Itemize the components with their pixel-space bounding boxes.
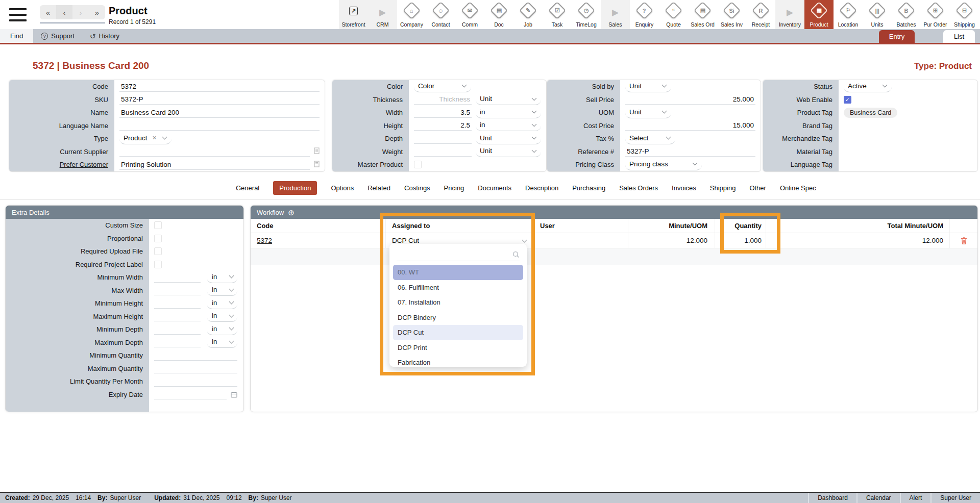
required-project-label-checkbox[interactable] xyxy=(154,261,162,268)
sell-price-input[interactable] xyxy=(625,94,755,105)
language-tag-field[interactable] xyxy=(839,158,977,171)
dashboard-link[interactable]: Dashboard xyxy=(808,493,856,503)
workflow-user-cell[interactable] xyxy=(534,233,628,248)
toolbar-item-enquiry[interactable]: ? Enquiry xyxy=(630,0,659,29)
last-record-button[interactable]: » xyxy=(89,8,105,17)
weight-input[interactable] xyxy=(414,146,472,157)
workflow-minute-uom-cell[interactable]: 12.000 xyxy=(628,233,715,248)
tab-production[interactable]: Production xyxy=(273,181,317,195)
sold-by-select[interactable]: Unit xyxy=(625,81,671,92)
width-input[interactable] xyxy=(414,108,472,118)
sku-input[interactable] xyxy=(119,94,320,105)
dropdown-search[interactable] xyxy=(397,248,520,261)
code-input[interactable] xyxy=(119,82,320,92)
custom-size-checkbox[interactable] xyxy=(154,221,162,229)
tab-costings[interactable]: Costings xyxy=(404,184,430,192)
dropdown-option-dcp-bindery[interactable]: DCP Bindery xyxy=(389,310,527,325)
first-record-button[interactable]: « xyxy=(40,8,56,17)
thickness-input[interactable] xyxy=(414,94,472,105)
reference-input[interactable] xyxy=(625,146,755,157)
hamburger-menu-icon[interactable] xyxy=(9,8,27,21)
prev-record-button[interactable]: ‹ xyxy=(56,5,72,19)
toolbar-item-location[interactable]: ⚐ Location xyxy=(834,0,863,29)
pricing-class-select[interactable]: Pricing class xyxy=(625,159,702,170)
depth-unit-select[interactable]: Unit xyxy=(476,133,541,144)
dropdown-option-dcp-print[interactable]: DCP Print xyxy=(389,340,527,356)
tab-purchasing[interactable]: Purchasing xyxy=(572,184,605,192)
material-tag-field[interactable] xyxy=(839,145,977,159)
maximum-quantity-input[interactable] xyxy=(154,363,237,373)
history-button[interactable]: ↺ History xyxy=(82,29,127,43)
toolbar-item-product[interactable]: ▦ Product xyxy=(804,0,834,29)
minimum-width-input[interactable] xyxy=(154,272,201,283)
height-unit-select[interactable]: in xyxy=(476,120,541,131)
tab-related[interactable]: Related xyxy=(368,184,390,192)
support-button[interactable]: ? Support xyxy=(33,29,82,43)
tab-general[interactable]: General xyxy=(236,184,259,192)
delete-row-button[interactable] xyxy=(960,237,968,245)
tab-sales-orders[interactable]: Sales Orders xyxy=(619,184,658,192)
tab-invoices[interactable]: Invoices xyxy=(672,184,696,192)
cost-price-input[interactable] xyxy=(625,120,755,131)
workflow-quantity-cell[interactable]: 1.000 xyxy=(715,233,766,248)
toolbar-item-pur-order[interactable]: ⊞ Pur Order xyxy=(921,0,950,29)
language-name-input[interactable] xyxy=(119,120,320,131)
toolbar-item-shipping[interactable]: ⊟ Shipping xyxy=(950,0,979,29)
required-upload-file-checkbox[interactable] xyxy=(154,247,162,255)
toolbar-item-units[interactable]: ||| Units xyxy=(863,0,892,29)
workflow-code-link[interactable]: 5372 xyxy=(257,237,272,244)
prefer-customer-input[interactable] xyxy=(119,160,310,170)
toolbar-item-task[interactable]: ☑ Task xyxy=(543,0,572,29)
tab-other[interactable]: Other xyxy=(749,184,766,192)
dropdown-search-input[interactable] xyxy=(397,251,512,259)
current-supplier-input[interactable] xyxy=(119,146,310,157)
company-lookup-icon[interactable] xyxy=(314,160,320,169)
expiry-date-input[interactable] xyxy=(154,389,227,399)
prefer-customer-label[interactable]: Prefer Customer xyxy=(9,158,114,171)
minimum-depth-unit-select[interactable]: in xyxy=(207,324,237,335)
entry-view-tab[interactable]: Entry xyxy=(879,30,915,43)
status-select[interactable]: Active xyxy=(844,81,892,92)
thickness-unit-select[interactable]: Unit xyxy=(476,94,541,105)
calendar-icon[interactable] xyxy=(231,391,237,398)
maximum-depth-input[interactable] xyxy=(154,337,201,347)
uom-select[interactable]: Unit xyxy=(625,107,671,118)
dropdown-option-dcp-cut[interactable]: DCP Cut xyxy=(393,325,523,340)
add-workflow-button[interactable]: ⊕ xyxy=(288,209,295,216)
tax-select[interactable]: Select xyxy=(625,133,675,144)
toolbar-item-batches[interactable]: B Batches xyxy=(892,0,921,29)
weight-unit-select[interactable]: Unit xyxy=(476,146,541,157)
minimum-height-input[interactable] xyxy=(154,298,201,309)
dropdown-option-00-wt[interactable]: 00. WT xyxy=(393,265,523,280)
proportional-checkbox[interactable] xyxy=(154,235,162,242)
dropdown-option-06-fulfillment[interactable]: 06. Fulfillment xyxy=(389,280,527,295)
toolbar-item-receipt[interactable]: R Receipt xyxy=(746,0,775,29)
width-unit-select[interactable]: in xyxy=(476,107,541,118)
toolbar-item-inventory[interactable]: ▶ Inventory xyxy=(775,0,804,29)
maximum-height-unit-select[interactable]: in xyxy=(207,311,237,322)
height-input[interactable] xyxy=(414,120,472,131)
color-select[interactable]: Color xyxy=(414,81,471,92)
next-record-button[interactable]: › xyxy=(72,8,89,17)
product-tag-chip[interactable]: Business Card xyxy=(844,108,897,118)
super-user-link[interactable]: Super User xyxy=(930,493,980,503)
toolbar-item-contact[interactable]: ☺ Contact xyxy=(426,0,455,29)
maximum-height-input[interactable] xyxy=(154,311,201,321)
brand-tag-field[interactable] xyxy=(839,119,977,133)
toolbar-item-timelog[interactable]: ◷ TimeLog xyxy=(572,0,601,29)
toolbar-item-job[interactable]: ✎ Job xyxy=(513,0,543,29)
toolbar-item-quote[interactable]: “ Quote xyxy=(659,0,688,29)
maximum-depth-unit-select[interactable]: in xyxy=(207,337,237,348)
toolbar-item-comm[interactable]: ✉ Comm xyxy=(455,0,484,29)
master-product-checkbox[interactable] xyxy=(414,161,422,168)
clear-icon[interactable]: × xyxy=(153,134,157,141)
merchandize-tag-field[interactable] xyxy=(839,132,977,145)
tab-pricing[interactable]: Pricing xyxy=(444,184,464,192)
alert-link[interactable]: Alert xyxy=(900,493,931,503)
toolbar-item-sales-ord[interactable]: ▤ Sales Ord xyxy=(688,0,717,29)
max-width-unit-select[interactable]: in xyxy=(207,285,237,296)
limit-quantity-per-month-input[interactable] xyxy=(154,376,237,387)
tab-documents[interactable]: Documents xyxy=(478,184,511,192)
type-select[interactable]: Product× xyxy=(119,133,172,144)
list-view-tab[interactable]: List xyxy=(943,30,975,43)
